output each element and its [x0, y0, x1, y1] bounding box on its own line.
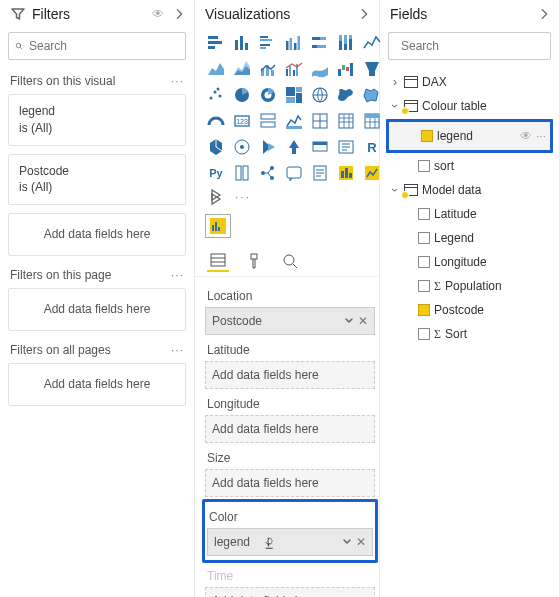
viz-arcgis-icon[interactable]: [231, 136, 253, 158]
viz-map-icon[interactable]: [309, 84, 331, 106]
viz-line-column-icon[interactable]: [257, 58, 279, 80]
viz-custom1-icon[interactable]: [335, 162, 357, 184]
checkbox-icon[interactable]: [418, 232, 430, 244]
svg-rect-8: [260, 39, 272, 41]
viz-scatter-icon[interactable]: [205, 84, 227, 106]
checkbox-icon[interactable]: [418, 280, 430, 292]
svg-rect-1: [208, 36, 218, 39]
checkbox-icon[interactable]: [418, 328, 430, 340]
remove-icon[interactable]: ✕: [358, 314, 368, 328]
checkbox-icon[interactable]: [421, 130, 433, 142]
svg-rect-32: [338, 69, 341, 76]
viz-treemap-icon[interactable]: [283, 84, 305, 106]
table-colour[interactable]: › Colour table: [386, 94, 553, 118]
checkbox-icon[interactable]: [418, 256, 430, 268]
field-latitude[interactable]: Latitude: [386, 202, 553, 226]
table-model[interactable]: › Model data: [386, 178, 553, 202]
viz-waterfall-icon[interactable]: [335, 58, 357, 80]
viz-gauge-icon[interactable]: [205, 110, 227, 132]
filters-search[interactable]: [8, 32, 186, 60]
chevron-right-icon[interactable]: [357, 7, 371, 21]
more-icon[interactable]: ···: [171, 343, 186, 357]
field-postcode[interactable]: Postcode: [386, 298, 553, 322]
field-legend[interactable]: legend 👁 ···: [389, 122, 550, 150]
more-icon[interactable]: ···: [536, 129, 546, 143]
viz-100-column-icon[interactable]: [335, 32, 357, 54]
viz-arrow-icon[interactable]: [283, 136, 305, 158]
viz-stacked-bar-icon[interactable]: [205, 32, 227, 54]
viz-stacked-area-icon[interactable]: [231, 58, 253, 80]
well-time[interactable]: Add data fields here: [205, 587, 375, 597]
viz-preview-thumb[interactable]: [205, 214, 231, 238]
analytics-tab[interactable]: [279, 250, 301, 272]
field-model-legend[interactable]: Legend: [386, 226, 553, 250]
viz-donut-icon[interactable]: [257, 84, 279, 106]
fields-search-input[interactable]: [401, 39, 551, 53]
checkbox-icon[interactable]: [418, 160, 430, 172]
viz-100-bar-icon[interactable]: [309, 32, 331, 54]
viz-narrative-icon[interactable]: [283, 162, 305, 184]
viz-paginated-icon[interactable]: [309, 162, 331, 184]
field-colour-sort[interactable]: sort: [386, 154, 553, 178]
field-population[interactable]: Σ Population: [386, 274, 553, 298]
viz-azure-map-icon[interactable]: [205, 136, 227, 158]
table-dax[interactable]: › DAX: [386, 70, 553, 94]
viz-clustered-bar-icon[interactable]: [257, 32, 279, 54]
checkbox-icon[interactable]: [418, 304, 430, 316]
checkbox-icon[interactable]: [418, 208, 430, 220]
viz-python-icon[interactable]: Py: [205, 162, 227, 184]
viz-powerapps-icon[interactable]: [257, 136, 279, 158]
svg-rect-28: [286, 69, 288, 76]
filters-search-input[interactable]: [29, 39, 179, 53]
well-location[interactable]: Postcode ✕: [205, 307, 375, 335]
svg-rect-6: [245, 43, 248, 50]
more-icon[interactable]: ···: [171, 268, 186, 282]
fields-search[interactable]: [388, 32, 551, 60]
svg-rect-72: [349, 173, 352, 178]
chevron-right-icon[interactable]: [537, 7, 551, 21]
viz-stacked-column-icon[interactable]: [231, 32, 253, 54]
viz-pie-icon[interactable]: [231, 84, 253, 106]
remove-icon[interactable]: ✕: [356, 535, 366, 549]
chevron-down-icon[interactable]: [344, 316, 354, 326]
chevron-down-icon[interactable]: [342, 537, 352, 547]
viz-slicer-icon[interactable]: [309, 110, 331, 132]
well-color[interactable]: legend ✕: [207, 528, 373, 556]
format-tab[interactable]: [243, 250, 265, 272]
viz-decomp-tree-icon[interactable]: [257, 162, 279, 184]
viz-filled-map-icon[interactable]: [335, 84, 357, 106]
fields-tab[interactable]: [207, 250, 229, 272]
viz-line-clustered-icon[interactable]: [283, 58, 305, 80]
more-icon[interactable]: ···: [235, 190, 251, 204]
sigma-icon: Σ: [434, 327, 441, 342]
viz-get-more-icon[interactable]: [205, 186, 227, 208]
viz-card-icon[interactable]: 123: [231, 110, 253, 132]
viz-decomp-icon[interactable]: [335, 136, 357, 158]
well-size[interactable]: Add data fields here: [205, 469, 375, 497]
filter-card-legend[interactable]: legend is (All): [8, 94, 186, 146]
filter-icon: [10, 6, 26, 22]
eye-icon[interactable]: 👁: [152, 7, 164, 21]
filter-card-postcode[interactable]: Postcode is (All): [8, 154, 186, 206]
table-icon: [404, 184, 418, 196]
svg-point-36: [210, 97, 213, 100]
filter-visual-dropzone[interactable]: Add data fields here: [8, 213, 186, 256]
viz-clustered-column-icon[interactable]: [283, 32, 305, 54]
field-longitude[interactable]: Longitude: [386, 250, 553, 274]
chevron-right-icon[interactable]: [172, 7, 186, 21]
viz-table-icon[interactable]: [335, 110, 357, 132]
viz-key-influencers-icon[interactable]: [231, 162, 253, 184]
well-latitude[interactable]: Add data fields here: [205, 361, 375, 389]
viz-kpi-icon[interactable]: [283, 110, 305, 132]
viz-area-icon[interactable]: [205, 58, 227, 80]
viz-ribbon-icon[interactable]: [309, 58, 331, 80]
more-icon[interactable]: ···: [171, 74, 186, 88]
svg-rect-50: [261, 114, 275, 119]
filter-page-dropzone[interactable]: Add data fields here: [8, 288, 186, 331]
viz-multirow-card-icon[interactable]: [257, 110, 279, 132]
eye-icon[interactable]: 👁: [520, 129, 532, 143]
filter-all-dropzone[interactable]: Add data fields here: [8, 363, 186, 406]
well-longitude[interactable]: Add data fields here: [205, 415, 375, 443]
viz-qna-icon[interactable]: [309, 136, 331, 158]
field-sort[interactable]: Σ Sort: [386, 322, 553, 346]
